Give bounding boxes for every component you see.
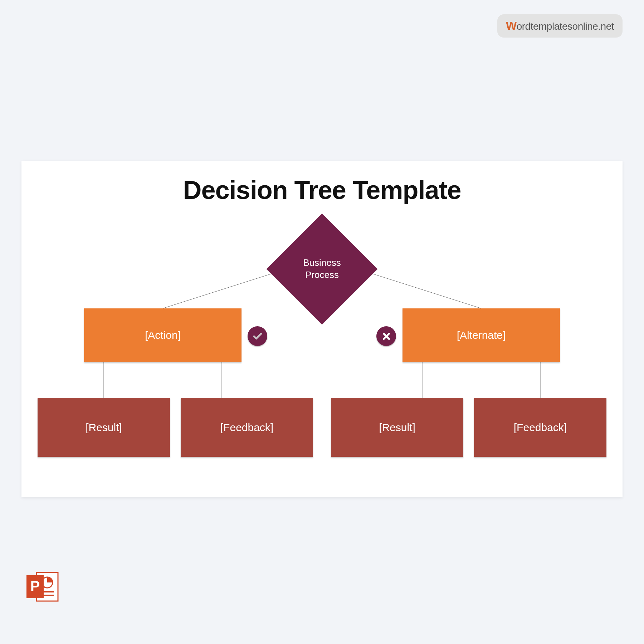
slide-container: Decision Tree Template Business Process …	[21, 161, 623, 497]
watermark-prefix: W	[506, 19, 517, 32]
page-title: Decision Tree Template	[21, 175, 623, 205]
decision-node-label: Business Process	[303, 257, 341, 281]
decision-node: Business Process	[266, 213, 377, 325]
result-4-label: [Feedback]	[514, 421, 567, 434]
action-right-label: [Alternate]	[457, 329, 506, 341]
result-2-label: [Feedback]	[220, 421, 273, 434]
svg-line-0	[163, 269, 286, 308]
decision-tree-diagram: Business Process [Action] [Alternate] [R…	[21, 205, 623, 477]
close-icon	[376, 326, 396, 346]
powerpoint-icon: P	[25, 569, 61, 605]
action-left-label: [Action]	[145, 329, 181, 341]
action-box-left: [Action]	[84, 308, 241, 362]
result-3-label: [Result]	[379, 421, 415, 434]
action-box-right: [Alternate]	[402, 308, 560, 362]
result-1-label: [Result]	[86, 421, 122, 434]
watermark-suffix: ordtemplatesonline.net	[517, 21, 614, 32]
result-box-3: [Result]	[331, 398, 463, 457]
check-icon	[248, 326, 267, 346]
svg-line-1	[358, 269, 481, 308]
result-box-1: [Result]	[38, 398, 170, 457]
result-box-2: [Feedback]	[181, 398, 313, 457]
svg-text:P: P	[30, 578, 40, 594]
watermark-badge: Wordtemplatesonline.net	[497, 14, 623, 38]
result-box-4: [Feedback]	[474, 398, 606, 457]
